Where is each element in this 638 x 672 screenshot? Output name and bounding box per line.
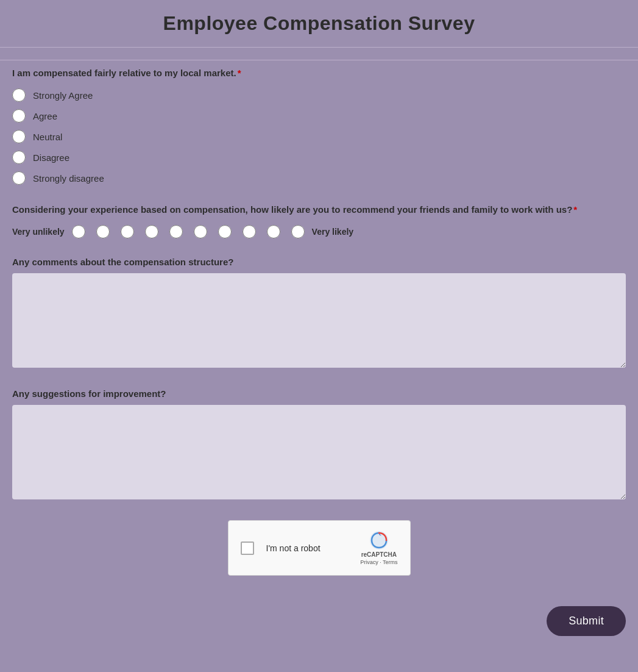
required-star-1: * — [238, 68, 241, 78]
option-label-strongly-disagree: Strongly disagree — [33, 173, 104, 184]
scale-radio-3[interactable] — [121, 225, 134, 238]
option-agree[interactable]: Agree — [12, 109, 626, 123]
question-4-block: Any suggestions for improvement? — [12, 388, 626, 502]
captcha-text: I'm not a robot — [266, 543, 349, 553]
page-title: Employee Compensation Survey — [0, 12, 638, 35]
question-2-block: Considering your experience based on com… — [12, 203, 626, 238]
recaptcha-icon — [369, 531, 389, 550]
option-disagree[interactable]: Disagree — [12, 151, 626, 164]
radio-neutral[interactable] — [12, 130, 26, 143]
radio-strongly-disagree[interactable] — [12, 171, 26, 185]
question-2-label: Considering your experience based on com… — [12, 203, 626, 216]
question-1-label: I am compensated fairly relative to my l… — [12, 66, 626, 79]
question-1-block: I am compensated fairly relative to my l… — [12, 66, 626, 185]
option-strongly-disagree[interactable]: Strongly disagree — [12, 171, 626, 185]
scale-radio-4[interactable] — [145, 225, 158, 238]
captcha-brand-label: reCAPTCHA — [361, 551, 397, 558]
radio-agree[interactable] — [12, 109, 26, 123]
option-strongly-agree[interactable]: Strongly Agree — [12, 88, 626, 102]
submit-container: Submit — [0, 600, 638, 642]
survey-content: I am compensated fairly relative to my l… — [0, 60, 638, 600]
scale-max-label: Very likely — [312, 227, 354, 237]
question-3-label: Any comments about the compensation stru… — [12, 257, 626, 267]
captcha-links: Privacy · Terms — [360, 559, 397, 565]
question-3-block: Any comments about the compensation stru… — [12, 257, 626, 370]
scale-radio-5[interactable] — [169, 225, 183, 238]
scale-radios — [72, 225, 305, 238]
page-container: Employee Compensation Survey I am compen… — [0, 0, 638, 672]
scale-radio-10[interactable] — [291, 225, 305, 238]
scale-radio-9[interactable] — [267, 225, 280, 238]
survey-header: Employee Compensation Survey — [0, 0, 638, 48]
scale-min-label: Very unlikely — [12, 227, 65, 237]
scale-radio-1[interactable] — [72, 225, 85, 238]
captcha-logo-area: reCAPTCHA Privacy · Terms — [360, 531, 397, 565]
scale-radio-8[interactable] — [243, 225, 256, 238]
option-label-strongly-agree: Strongly Agree — [33, 90, 93, 101]
captcha-checkbox[interactable] — [241, 542, 254, 555]
required-star-2: * — [573, 204, 577, 215]
scale-radio-7[interactable] — [218, 225, 232, 238]
suggestions-textarea[interactable] — [12, 405, 626, 499]
scale-radio-6[interactable] — [194, 225, 207, 238]
scale-radio-2[interactable] — [96, 225, 110, 238]
submit-button[interactable]: Submit — [547, 606, 626, 636]
captcha-container: I'm not a robot reCAPTCHA Privacy · Term… — [12, 520, 626, 576]
radio-strongly-agree[interactable] — [12, 88, 26, 102]
captcha-box[interactable]: I'm not a robot reCAPTCHA Privacy · Term… — [228, 520, 411, 576]
question-4-label: Any suggestions for improvement? — [12, 388, 626, 399]
option-label-neutral: Neutral — [33, 132, 62, 142]
option-label-agree: Agree — [33, 111, 57, 121]
radio-disagree[interactable] — [12, 151, 26, 164]
option-label-disagree: Disagree — [33, 152, 69, 163]
scale-row: Very unlikely Very likely — [12, 225, 626, 238]
comments-textarea[interactable] — [12, 273, 626, 368]
option-neutral[interactable]: Neutral — [12, 130, 626, 143]
